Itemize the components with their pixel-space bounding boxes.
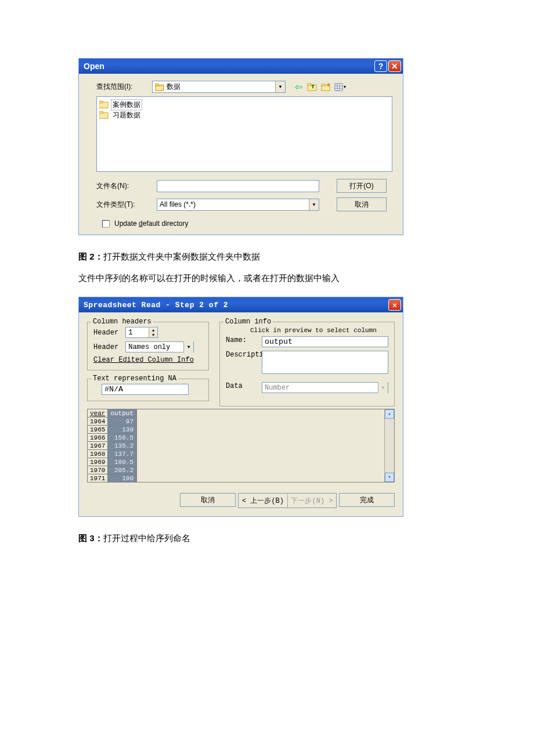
update-default-label: Update default directory xyxy=(114,219,188,228)
open-folder-icon xyxy=(155,83,164,91)
preview-header-output[interactable]: output xyxy=(108,409,136,417)
folder-icon xyxy=(99,111,109,119)
new-folder-icon[interactable] xyxy=(320,81,332,93)
preview-area: year output 196497 1965130 1966156.5 196… xyxy=(87,409,395,483)
look-in-combo[interactable]: 数据 ▼ xyxy=(152,81,286,93)
chevron-down-icon[interactable]: ▼ xyxy=(183,341,193,352)
cancel-button[interactable]: 取消 xyxy=(180,493,236,507)
list-item[interactable]: 习题数据 xyxy=(99,110,389,120)
look-in-value: 数据 xyxy=(167,82,181,92)
table-row[interactable]: 196497 xyxy=(88,417,136,426)
header-row-value: 1 xyxy=(126,329,149,337)
column-info-hint: Click in preview to select column xyxy=(250,327,388,334)
filetype-combo[interactable]: All files (*.*) ▼ xyxy=(157,199,319,211)
na-text-group: Text representing NA xyxy=(87,379,209,401)
list-item[interactable]: 案例数据 xyxy=(99,99,389,110)
clear-column-info-button[interactable]: Clear Edited Column Info xyxy=(93,356,194,364)
chevron-down-icon[interactable]: ▼ xyxy=(149,333,157,337)
figure-3-caption: 图 3：打开过程中给序列命名 xyxy=(78,533,456,544)
folder-label: 习题数据 xyxy=(111,110,142,121)
header-row-label: Header xyxy=(93,329,118,337)
cancel-button[interactable]: 取消 xyxy=(337,197,387,211)
open-dialog: Open ? ✕ 查找范围(I): 数据 ▼ ⇦ xyxy=(78,58,403,235)
back-icon[interactable]: ⇦ xyxy=(293,81,304,93)
chevron-down-icon[interactable]: ▼ xyxy=(275,81,285,92)
file-list[interactable]: 案例数据 习题数据 xyxy=(96,96,392,172)
filetype-label: 文件类型(T): xyxy=(96,200,153,210)
filename-input[interactable] xyxy=(157,180,319,192)
column-info-group: Column info Click in preview to select c… xyxy=(219,322,395,406)
wizard-nav-buttons: < 上一步(B) 下一步(N) > xyxy=(238,493,337,508)
svg-rect-20 xyxy=(99,111,103,113)
svg-rect-6 xyxy=(322,84,325,86)
table-row[interactable]: 1965130 xyxy=(88,426,136,434)
figure-2-caption: 图 2：打开数据文件夹中案例数据文件夹中数据 xyxy=(78,251,456,262)
close-icon[interactable]: ✕ xyxy=(388,60,401,72)
header-mode-value: Names only xyxy=(126,343,183,351)
scrollbar[interactable]: ▴ ▾ xyxy=(384,409,394,482)
data-type-label: Data xyxy=(226,382,262,390)
header-mode-combo[interactable]: Names only ▼ xyxy=(125,341,194,352)
chevron-down-icon[interactable]: ▾ xyxy=(385,473,394,482)
description-label: Descriptio xyxy=(226,351,262,359)
table-row[interactable]: 1969180.5 xyxy=(88,458,136,466)
spreadsheet-titlebar[interactable]: Spreadsheet Read - Step 2 of 2 ✕ xyxy=(79,297,403,312)
na-legend: Text representing NA xyxy=(91,375,178,383)
open-button[interactable]: 打开(O) xyxy=(337,179,387,193)
name-input[interactable] xyxy=(262,336,388,347)
body-text: 文件中序列的名称可以在打开的时候输入，或者在打开的数据中输入 xyxy=(78,273,456,284)
chevron-up-icon[interactable]: ▴ xyxy=(385,409,394,419)
finish-button[interactable]: 完成 xyxy=(339,493,395,507)
table-row[interactable]: 1970205.2 xyxy=(88,466,136,474)
column-headers-legend: Column headers xyxy=(91,318,153,326)
chevron-down-icon: ▼ xyxy=(378,382,388,393)
svg-rect-1 xyxy=(155,84,158,85)
look-in-label: 查找范围(I): xyxy=(96,82,152,92)
spreadsheet-title: Spreadsheet Read - Step 2 of 2 xyxy=(84,301,387,309)
preview-blank-area: ▴ ▾ xyxy=(136,409,395,483)
table-row[interactable]: 1967135.2 xyxy=(88,442,136,450)
spreadsheet-read-dialog: Spreadsheet Read - Step 2 of 2 ✕ Column … xyxy=(78,297,403,517)
open-dialog-title: Open xyxy=(84,62,373,71)
svg-rect-18 xyxy=(99,101,103,103)
name-label: Name: xyxy=(226,336,262,344)
svg-marker-2 xyxy=(155,86,164,91)
folder-icon xyxy=(99,100,109,109)
filetype-value: All files (*.*) xyxy=(157,200,309,208)
description-input[interactable] xyxy=(262,351,388,374)
update-default-checkbox[interactable] xyxy=(102,220,110,228)
open-dialog-titlebar[interactable]: Open ? ✕ xyxy=(79,59,403,74)
column-headers-group: Column headers Header 1 ▲▼ Header Names xyxy=(87,322,209,370)
header-row-spinner[interactable]: 1 ▲▼ xyxy=(125,327,158,338)
preview-header-year[interactable]: year xyxy=(88,409,108,417)
table-row[interactable]: 1966156.5 xyxy=(88,434,136,442)
svg-rect-11 xyxy=(335,84,342,91)
next-button: 下一步(N) > xyxy=(287,494,336,507)
table-row[interactable]: 1968137.7 xyxy=(88,450,136,458)
up-folder-icon[interactable] xyxy=(306,81,318,93)
back-button[interactable]: < 上一步(B) xyxy=(239,494,287,507)
na-input[interactable] xyxy=(102,384,189,395)
help-icon[interactable]: ? xyxy=(374,60,387,72)
header-mode-label: Header xyxy=(93,343,118,351)
folder-label: 案例数据 xyxy=(111,99,142,110)
svg-marker-16 xyxy=(344,86,346,88)
close-icon[interactable]: ✕ xyxy=(388,299,401,311)
svg-rect-4 xyxy=(308,84,311,85)
column-info-legend: Column info xyxy=(223,318,273,326)
view-menu-icon[interactable] xyxy=(334,81,346,93)
table-row[interactable]: 1971190 xyxy=(88,474,136,483)
data-type-value: Number xyxy=(262,384,378,392)
chevron-down-icon[interactable]: ▼ xyxy=(309,199,319,210)
data-type-combo[interactable]: Number ▼ xyxy=(262,382,388,393)
chevron-up-icon[interactable]: ▲ xyxy=(149,328,157,333)
preview-table[interactable]: year output 196497 1965130 1966156.5 196… xyxy=(87,409,136,483)
filename-label: 文件名(N): xyxy=(96,181,153,191)
